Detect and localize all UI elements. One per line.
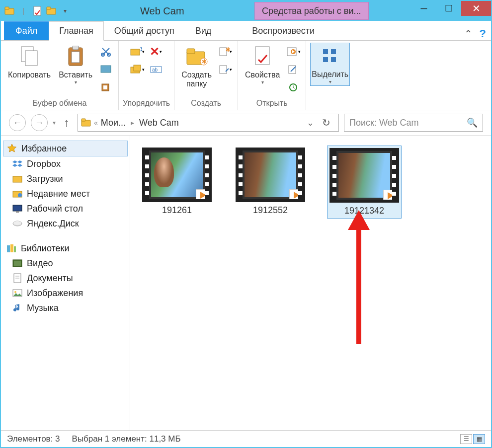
- select-button[interactable]: Выделить ▾: [310, 43, 350, 86]
- help-icon[interactable]: ?: [480, 27, 486, 40]
- video-thumbnail: [142, 148, 212, 202]
- open-button[interactable]: ▾: [286, 45, 301, 59]
- sidebar-dropbox[interactable]: Dropbox: [1, 156, 130, 171]
- tab-view[interactable]: Вид: [185, 21, 222, 40]
- navigation-bar: ← → ▾ ↑ « Мои... ▸ Web Cam ⌄ ↻ Поиск: We…: [1, 110, 491, 135]
- svg-rect-8: [72, 52, 80, 63]
- file-item[interactable]: 19121342: [327, 146, 402, 219]
- properties-button[interactable]: Свойства ▾: [242, 43, 283, 87]
- play-icon: [196, 189, 211, 201]
- cut-button[interactable]: [98, 45, 113, 59]
- copy-path-button[interactable]: [98, 63, 113, 76]
- tab-file[interactable]: Файл: [4, 21, 49, 40]
- tab-home[interactable]: Главная: [49, 21, 104, 41]
- svg-rect-45: [7, 245, 10, 252]
- chevron-right-icon[interactable]: ▸: [129, 119, 136, 127]
- svg-rect-46: [10, 244, 13, 252]
- star-icon: [6, 143, 17, 154]
- sidebar-downloads[interactable]: Загрузки: [1, 171, 130, 186]
- video-thumbnail: [329, 148, 399, 203]
- tab-play[interactable]: Воспроизвести: [242, 21, 325, 40]
- sidebar-yandex-disk[interactable]: Яндекс.Диск: [1, 216, 130, 231]
- sidebar-libraries[interactable]: Библиотеки: [1, 241, 130, 256]
- svg-rect-9: [73, 46, 79, 50]
- group-organize: ▾ ▾ ✕▾ ab Упорядочить: [119, 41, 174, 110]
- sidebar-recent[interactable]: Недавние мест: [1, 186, 130, 201]
- svg-rect-49: [14, 261, 21, 266]
- history-dropdown-icon[interactable]: ▾: [53, 119, 56, 126]
- sidebar-documents[interactable]: Документы: [1, 271, 130, 286]
- svg-rect-35: [331, 57, 336, 62]
- file-list[interactable]: 191261 1912552 19121342: [130, 136, 491, 430]
- context-tab-video-tools[interactable]: Средства работы с ви...: [254, 2, 369, 20]
- sidebar-video[interactable]: Видео: [1, 256, 130, 271]
- delete-button[interactable]: ✕▾: [149, 45, 164, 59]
- file-item[interactable]: 1912552: [234, 146, 307, 218]
- icons-view-button[interactable]: ▦: [473, 434, 485, 444]
- organize-group-label: Упорядочить: [123, 98, 170, 109]
- copy-to-button[interactable]: ▾: [130, 63, 145, 76]
- new-folder-button[interactable]: ✱ Создать папку: [178, 43, 215, 90]
- sidebar-images[interactable]: Изображения: [1, 286, 130, 300]
- paste-button[interactable]: Вставить ▾: [56, 43, 95, 87]
- video-thumbnail: [236, 148, 305, 202]
- up-button[interactable]: ↑: [61, 116, 73, 130]
- sidebar-desktop[interactable]: Рабочий стол: [1, 201, 130, 216]
- quick-access-toolbar: | ▾: [1, 1, 74, 21]
- easy-access-button[interactable]: ▾: [218, 63, 233, 76]
- qat-dropdown-icon[interactable]: ▾: [60, 5, 71, 16]
- explorer-window: | ▾ Web Cam Средства работы с ви... ─ ☐ …: [0, 0, 492, 448]
- music-icon: [12, 302, 23, 313]
- svg-rect-33: [331, 49, 336, 54]
- collapse-ribbon-icon[interactable]: ⌃: [464, 28, 473, 40]
- group-clipboard: Копировать Вставить ▾ Буфер обмена: [1, 41, 119, 110]
- group-new: ✱ Создать папку ✱▾ ▾ Создать: [174, 41, 238, 110]
- paste-shortcut-button[interactable]: [98, 80, 113, 94]
- folder-icon: [12, 173, 23, 184]
- details-view-button[interactable]: ☰: [460, 434, 472, 444]
- tab-share[interactable]: Общий доступ: [104, 21, 185, 40]
- file-name: 191261: [162, 205, 192, 216]
- rename-button[interactable]: ab: [149, 63, 164, 76]
- maximize-button[interactable]: ☐: [436, 1, 461, 16]
- properties-icon[interactable]: [32, 5, 43, 16]
- edit-button[interactable]: [286, 63, 301, 76]
- svg-text:✱: ✱: [226, 47, 230, 53]
- search-input[interactable]: Поиск: Web Cam 🔍: [344, 114, 483, 132]
- svg-rect-6: [25, 51, 37, 66]
- ribbon-tabs: Файл Главная Общий доступ Вид Воспроизве…: [1, 21, 491, 41]
- copy-button[interactable]: Копировать: [5, 43, 54, 81]
- svg-rect-41: [13, 205, 22, 211]
- folder-icon: [4, 5, 15, 16]
- file-item[interactable]: 191261: [140, 146, 214, 218]
- svg-text:ab: ab: [152, 67, 158, 73]
- svg-text:✱: ✱: [202, 58, 207, 65]
- disk-icon: [12, 218, 23, 229]
- svg-point-54: [14, 291, 16, 293]
- breadcrumb-seg2[interactable]: Web Cam: [139, 118, 179, 128]
- new-item-button[interactable]: ✱▾: [218, 45, 233, 59]
- copy-label: Копировать: [8, 71, 51, 79]
- close-button[interactable]: ✕: [461, 1, 491, 16]
- history-button[interactable]: [286, 80, 301, 94]
- back-button[interactable]: ←: [9, 114, 26, 131]
- search-icon[interactable]: 🔍: [467, 117, 478, 128]
- sidebar-favorites[interactable]: Избранное: [3, 141, 128, 156]
- address-bar[interactable]: « Мои... ▸ Web Cam ⌄ ↻: [78, 114, 339, 132]
- select-label: Выделить: [312, 70, 348, 79]
- search-placeholder: Поиск: Web Cam: [349, 118, 419, 128]
- new-folder-icon[interactable]: [46, 5, 57, 16]
- svg-rect-12: [101, 66, 111, 73]
- move-to-button[interactable]: ▾: [130, 45, 145, 59]
- file-name: 1912552: [253, 205, 288, 216]
- address-dropdown-icon[interactable]: ⌄: [307, 117, 314, 128]
- file-name: 19121342: [344, 206, 384, 216]
- forward-button[interactable]: →: [31, 114, 48, 131]
- svg-rect-4: [47, 7, 51, 9]
- refresh-button[interactable]: ↻: [317, 117, 335, 129]
- sidebar-music[interactable]: Музыка: [1, 300, 130, 315]
- view-mode-toggle: ☰ ▦: [460, 434, 485, 444]
- minimize-button[interactable]: ─: [411, 1, 436, 16]
- video-icon: [12, 258, 23, 269]
- breadcrumb-seg1[interactable]: Мои...: [101, 118, 126, 128]
